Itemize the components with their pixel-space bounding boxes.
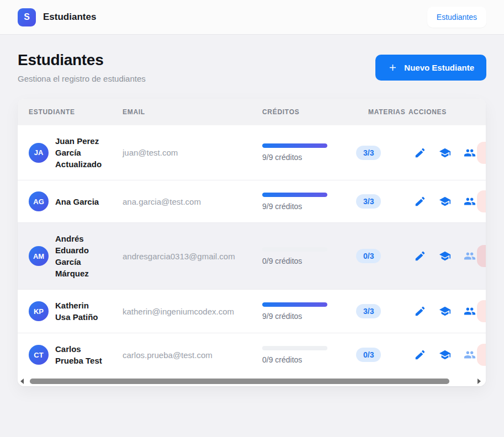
pencil-icon [414, 349, 426, 361]
classmates-button[interactable] [464, 305, 476, 317]
actions-cell [408, 349, 477, 361]
student-email: katherin@ingeniumcodex.com [123, 307, 262, 316]
materias-badge: 3/3 [356, 146, 381, 160]
student-cell: AG Ana Garcia [29, 191, 123, 211]
student-cell: JA Juan Perez García Actualizado [29, 135, 123, 170]
table-row: AM Andrés Eduardo García Márquez andresg… [18, 223, 486, 290]
edit-button[interactable] [414, 250, 426, 262]
student-name: Ana Garcia [55, 196, 104, 207]
table-row: KP Katherin Usa Patiño katherin@ingenium… [18, 290, 486, 333]
delete-button[interactable] [477, 300, 486, 322]
column-header-acciones: ACCIONES [408, 108, 477, 116]
app-logo-icon: S [18, 8, 36, 26]
credits-label: 9/9 créditos [262, 153, 351, 162]
student-email: ana.garcia@test.com [123, 197, 262, 206]
brand: S Estudiantes [18, 8, 96, 26]
delete-button[interactable] [477, 142, 486, 164]
pencil-icon [414, 250, 426, 262]
edit-button[interactable] [414, 305, 426, 317]
materias-badge: 3/3 [356, 304, 381, 318]
delete-button[interactable] [477, 245, 486, 267]
delete-button[interactable] [477, 344, 486, 366]
page-subtitle: Gestiona el registro de estudiantes [18, 74, 146, 83]
scroll-left-arrow-icon[interactable] [20, 379, 24, 384]
credits-label: 9/9 créditos [262, 202, 351, 211]
student-name: Katherin Usa Patiño [55, 300, 104, 323]
people-icon [464, 250, 476, 262]
page-title: Estudiantes [18, 51, 146, 69]
table-row: AG Ana Garcia ana.garcia@test.com 9/9 cr… [18, 180, 486, 223]
subjects-button[interactable] [439, 147, 451, 159]
pencil-icon [414, 305, 426, 317]
materias-cell: 0/3 [351, 249, 408, 263]
materias-badge: 0/3 [356, 348, 381, 362]
student-name: Juan Perez García Actualizado [55, 135, 104, 170]
column-header-materias: MATERIAS [351, 108, 408, 116]
classmates-button[interactable] [464, 195, 476, 207]
credits-label: 0/9 créditos [262, 355, 351, 364]
actions-cell [408, 195, 477, 207]
horizontal-scrollbar [18, 376, 486, 386]
credits-cell: 9/9 créditos [262, 302, 351, 321]
actions-cell [408, 305, 477, 317]
scroll-right-arrow-icon[interactable] [478, 379, 481, 384]
plus-icon [388, 62, 398, 73]
new-student-button[interactable]: Nuevo Estudiante [375, 55, 486, 81]
avatar: JA [29, 143, 49, 163]
credits-cell: 0/9 créditos [262, 247, 351, 265]
credits-progress-bar [262, 302, 327, 307]
graduation-cap-icon [439, 349, 451, 361]
student-cell: KP Katherin Usa Patiño [29, 300, 123, 323]
subjects-button[interactable] [439, 250, 451, 262]
avatar: KP [29, 301, 49, 321]
materias-badge: 3/3 [356, 194, 381, 209]
graduation-cap-icon [439, 305, 451, 317]
credits-progress-bar [262, 193, 327, 197]
edit-button[interactable] [414, 349, 426, 361]
materias-badge: 0/3 [356, 249, 381, 263]
main-content: Estudiantes Gestiona el registro de estu… [0, 35, 504, 386]
subjects-button[interactable] [439, 305, 451, 317]
credits-progress-bar [262, 346, 327, 350]
new-student-button-label: Nuevo Estudiante [404, 63, 474, 72]
student-email: andresgarcia0313@gmail.com [123, 252, 262, 261]
materias-cell: 3/3 [351, 194, 408, 209]
nav-tab-estudiantes[interactable]: Estudiantes [427, 7, 486, 28]
column-header-email: EMAIL [123, 108, 262, 116]
student-cell: AM Andrés Eduardo García Márquez [29, 233, 123, 279]
classmates-button[interactable] [464, 250, 476, 262]
actions-cell [408, 147, 477, 159]
classmates-button[interactable] [464, 349, 476, 361]
subjects-button[interactable] [439, 195, 451, 207]
students-table-card: ESTUDIANTE EMAIL CRÉDITOS MATERIAS ACCIO… [18, 99, 486, 386]
credits-cell: 0/9 créditos [262, 346, 351, 364]
credits-label: 9/9 créditos [262, 312, 351, 321]
materias-cell: 3/3 [351, 146, 408, 160]
pencil-icon [414, 195, 426, 207]
graduation-cap-icon [439, 195, 451, 207]
credits-progress-bar [262, 247, 327, 252]
people-icon [464, 349, 476, 361]
scrollbar-thumb[interactable] [30, 379, 449, 384]
student-email: juan@test.com [123, 148, 262, 157]
credits-progress-bar [262, 143, 327, 148]
avatar: AM [29, 246, 49, 266]
avatar: CT [29, 345, 49, 365]
delete-button[interactable] [477, 190, 486, 212]
classmates-button[interactable] [464, 147, 476, 159]
credits-cell: 9/9 créditos [262, 193, 351, 211]
materias-cell: 0/3 [351, 348, 408, 362]
edit-button[interactable] [414, 147, 426, 159]
student-name: Andrés Eduardo García Márquez [55, 233, 104, 279]
table-row: CT Carlos Prueba Test carlos.prueba@test… [18, 333, 486, 376]
people-icon [464, 147, 476, 159]
page-title-block: Estudiantes Gestiona el registro de estu… [18, 51, 146, 83]
edit-button[interactable] [414, 195, 426, 207]
table-row: JA Juan Perez García Actualizado juan@te… [18, 125, 486, 180]
graduation-cap-icon [439, 250, 451, 262]
column-header-creditos: CRÉDITOS [262, 108, 351, 116]
student-email: carlos.prueba@test.com [123, 350, 262, 360]
people-icon [464, 195, 476, 207]
materias-cell: 3/3 [351, 304, 408, 318]
subjects-button[interactable] [439, 349, 451, 361]
